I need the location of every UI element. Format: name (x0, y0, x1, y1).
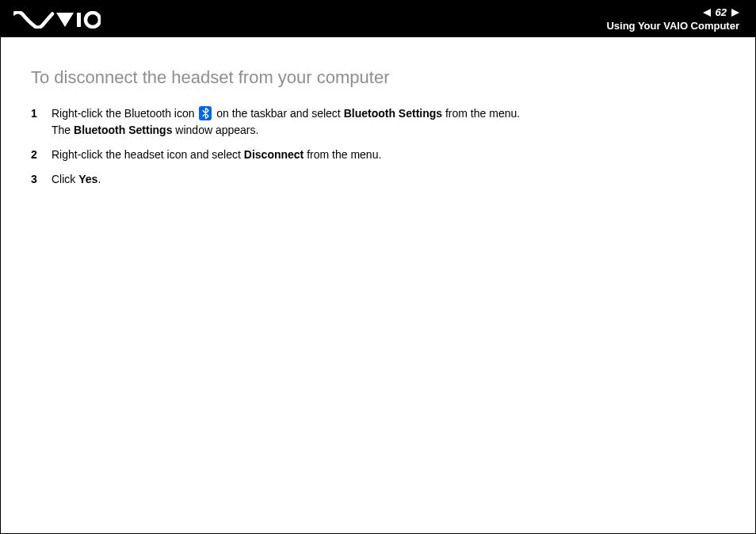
svg-point-1 (86, 13, 100, 27)
step-text: Right-click the Bluetooth icon (52, 107, 197, 120)
step-number: 3 (31, 171, 52, 188)
step-text: The (52, 124, 74, 136)
step-text: from the menu. (442, 107, 520, 120)
vaio-logo (13, 11, 101, 29)
page-content: To disconnect the headset from your comp… (1, 37, 755, 188)
step-number: 2 (31, 147, 52, 163)
svg-rect-0 (77, 13, 81, 27)
step-text-bold: Disconnect (244, 148, 304, 161)
step-text: . (97, 173, 101, 185)
next-page-arrow-icon[interactable] (731, 9, 739, 17)
page-number: 62 (714, 6, 728, 18)
header-right: 62 Using Your VAIO Computer (606, 6, 739, 32)
document-page: 62 Using Your VAIO Computer To disconnec… (0, 0, 756, 534)
section-title: Using Your VAIO Computer (606, 20, 739, 32)
prev-page-arrow-icon[interactable] (703, 9, 711, 17)
steps-list: 1 Right-click the Bluetooth icon on the … (31, 105, 725, 188)
page-nav: 62 (703, 6, 739, 18)
step-number: 1 (31, 105, 52, 122)
step-text-bold: Bluetooth Settings (344, 107, 442, 120)
step-item: 1 Right-click the Bluetooth icon on the … (31, 105, 725, 139)
step-body: Click Yes. (52, 171, 725, 188)
step-text: Right-click the headset icon and select (52, 148, 244, 161)
step-text: from the menu. (304, 148, 381, 161)
step-text-bold: Bluetooth Settings (74, 124, 172, 136)
page-header: 62 Using Your VAIO Computer (1, 1, 755, 37)
step-text: Click (52, 173, 78, 185)
step-text: on the taskbar and select (213, 107, 343, 120)
step-text: window appears. (172, 124, 258, 136)
step-text-bold: Yes (78, 173, 97, 185)
content-heading: To disconnect the headset from your comp… (31, 67, 725, 88)
step-item: 2 Right-click the headset icon and selec… (31, 147, 725, 163)
bluetooth-icon (199, 106, 212, 120)
step-item: 3 Click Yes. (31, 171, 725, 188)
step-body: Right-click the headset icon and select … (52, 147, 725, 163)
step-body: Right-click the Bluetooth icon on the ta… (52, 105, 725, 139)
